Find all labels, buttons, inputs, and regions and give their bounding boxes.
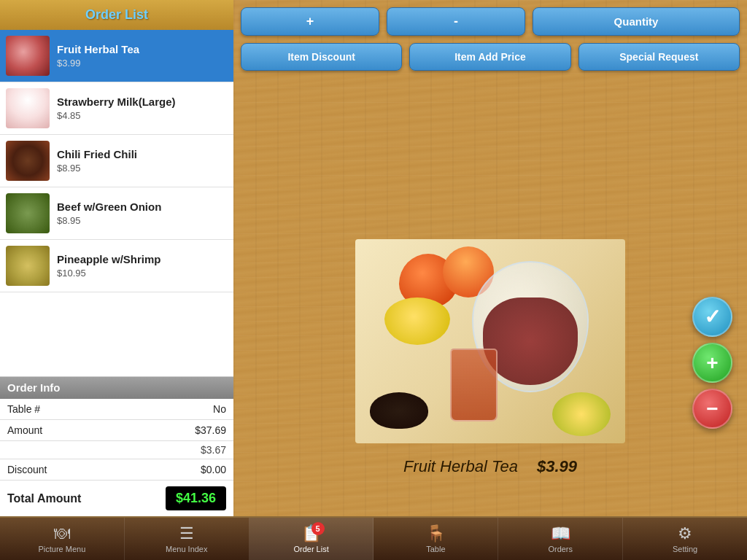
item-name: Pineapple w/Shrimp xyxy=(57,253,228,265)
amount-row: Amount $37.69 xyxy=(0,420,233,441)
item-info: Pineapple w/Shrimp $10.95 xyxy=(57,253,228,279)
special-request-button[interactable]: Special Request xyxy=(578,43,740,71)
item-add-price-button[interactable]: Item Add Price xyxy=(409,43,570,71)
bottom-navigation: 🍽 Picture Menu ☰ Menu Index 5 📋 Order Li… xyxy=(0,516,747,560)
table-value: No xyxy=(213,403,226,415)
nav-item-order-list[interactable]: 5 📋 Order List xyxy=(249,518,374,560)
tax-value: $3.67 xyxy=(201,444,226,456)
food-label: Fruit Herbal Tea $3.99 xyxy=(403,457,577,476)
table-number-row: Table # No xyxy=(0,399,233,420)
discount-label: Discount xyxy=(7,464,47,475)
item-thumbnail xyxy=(6,36,50,76)
order-info-panel: Order Info Table # No Amount $37.69 $3.6… xyxy=(0,376,233,516)
add-button[interactable]: + xyxy=(692,343,732,383)
item-thumbnail xyxy=(6,141,50,181)
food-label-name: Fruit Herbal Tea xyxy=(403,457,518,475)
nav-label-picture-menu: Picture Menu xyxy=(39,545,86,553)
table-label: Table # xyxy=(7,403,40,415)
total-label: Total Amount xyxy=(7,492,81,505)
check-button[interactable]: ✓ xyxy=(692,297,732,337)
total-value: $41.36 xyxy=(176,491,216,505)
item-info: Fruit Herbal Tea $3.99 xyxy=(57,43,228,69)
nav-item-table[interactable]: 🪑 Table xyxy=(374,518,498,560)
nav-label-setting: Setting xyxy=(673,545,697,553)
discount-value: $0.00 xyxy=(201,464,226,475)
menu-index-icon: ☰ xyxy=(179,524,194,543)
nav-label-order-list: Order List xyxy=(293,545,328,553)
tax-row: $3.67 xyxy=(0,441,233,459)
item-price: $4.85 xyxy=(57,110,228,121)
food-display-area xyxy=(355,239,625,443)
list-item[interactable]: Pineapple w/Shrimp $10.95 xyxy=(0,240,233,292)
circular-action-buttons: ✓ + − xyxy=(692,297,732,429)
item-name: Chili Fried Chili xyxy=(57,148,228,160)
remove-button[interactable]: − xyxy=(692,389,732,429)
item-name: Beef w/Green Onion xyxy=(57,201,228,213)
food-image xyxy=(355,239,625,443)
nav-item-orders[interactable]: 📖 Orders xyxy=(498,518,623,560)
item-thumbnail xyxy=(6,193,50,233)
glass-decoration xyxy=(450,349,498,421)
picture-menu-icon: 🍽 xyxy=(54,524,70,543)
left-panel: Order List Fruit Herbal Tea $3.99 Strawb… xyxy=(0,0,233,516)
orders-icon: 📖 xyxy=(551,524,570,543)
item-thumbnail xyxy=(6,246,50,286)
right-panel: + - Quantity Item Discount Item Add Pric… xyxy=(233,0,747,516)
berries-decoration xyxy=(370,392,428,429)
item-discount-button[interactable]: Item Discount xyxy=(241,43,402,71)
order-list-title: Order List xyxy=(85,7,148,22)
total-row: Total Amount $41.36 xyxy=(0,481,233,516)
item-info: Chili Fried Chili $8.95 xyxy=(57,148,228,174)
top-buttons-row: + - Quantity xyxy=(233,0,747,39)
item-info: Strawberry Milk(Large) $4.85 xyxy=(57,96,228,121)
table-icon: 🪑 xyxy=(426,524,446,543)
discount-row: Discount $0.00 xyxy=(0,459,233,481)
item-name: Strawberry Milk(Large) xyxy=(57,96,228,108)
item-info: Beef w/Green Onion $8.95 xyxy=(57,201,228,226)
item-price: $10.95 xyxy=(57,268,228,279)
flowers-decoration xyxy=(552,392,611,436)
item-thumbnail xyxy=(6,88,50,128)
quantity-button[interactable]: Quantity xyxy=(533,7,740,36)
item-price: $3.99 xyxy=(57,58,228,69)
nav-label-orders: Orders xyxy=(548,545,573,553)
second-buttons-row: Item Discount Item Add Price Special Req… xyxy=(233,39,747,78)
item-price: $8.95 xyxy=(57,163,228,174)
total-value-box: $41.36 xyxy=(166,486,226,510)
item-name: Fruit Herbal Tea xyxy=(57,43,228,55)
minus-button[interactable]: - xyxy=(387,7,525,36)
nav-label-table: Table xyxy=(426,545,445,553)
list-item[interactable]: Strawberry Milk(Large) $4.85 xyxy=(0,82,233,135)
nav-item-picture-menu[interactable]: 🍽 Picture Menu xyxy=(0,518,125,560)
amount-label: Amount xyxy=(7,424,42,436)
order-items-list: Fruit Herbal Tea $3.99 Strawberry Milk(L… xyxy=(0,30,233,376)
setting-icon: ⚙ xyxy=(678,524,692,543)
item-price: $8.95 xyxy=(57,215,228,226)
order-info-header: Order Info xyxy=(0,377,233,399)
nav-item-setting[interactable]: ⚙ Setting xyxy=(623,518,747,560)
order-info-title: Order Info xyxy=(7,381,61,394)
food-label-price: $3.99 xyxy=(537,457,577,475)
nav-item-menu-index[interactable]: ☰ Menu Index xyxy=(125,518,249,560)
list-item[interactable]: Beef w/Green Onion $8.95 xyxy=(0,187,233,240)
list-item[interactable]: Chili Fried Chili $8.95 xyxy=(0,135,233,187)
amount-value: $37.69 xyxy=(195,424,226,436)
tea-scene xyxy=(355,239,625,443)
plus-button[interactable]: + xyxy=(241,7,379,36)
order-list-header: Order List xyxy=(0,0,233,30)
nav-label-menu-index: Menu Index xyxy=(166,545,207,553)
order-list-badge: 5 xyxy=(311,522,325,535)
list-item[interactable]: Fruit Herbal Tea $3.99 xyxy=(0,30,233,82)
